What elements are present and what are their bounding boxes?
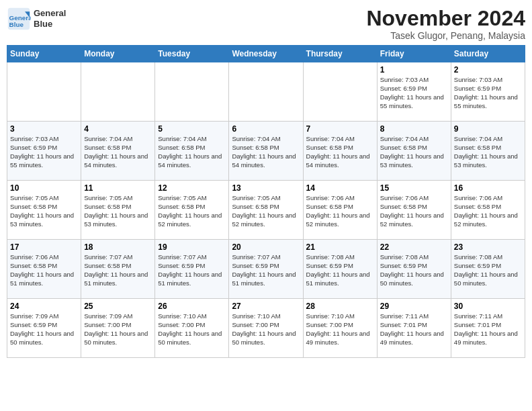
weekday-monday: Monday [81, 46, 155, 62]
day-number: 4 [84, 124, 152, 134]
calendar-cell: 28Sunrise: 7:10 AMSunset: 7:00 PMDayligh… [303, 299, 377, 358]
calendar-cell: 8Sunrise: 7:04 AMSunset: 6:58 PMDaylight… [377, 122, 451, 181]
page-header: General Blue General Blue November 2024 … [7, 7, 525, 41]
weekday-sunday: Sunday [7, 46, 81, 62]
day-info: Sunrise: 7:07 AMSunset: 6:59 PMDaylight:… [232, 253, 300, 287]
day-info: Sunrise: 7:04 AMSunset: 6:58 PMDaylight:… [232, 135, 300, 169]
day-info: Sunrise: 7:03 AMSunset: 6:59 PMDaylight:… [454, 76, 522, 110]
calendar-cell: 12Sunrise: 7:05 AMSunset: 6:58 PMDayligh… [155, 181, 229, 240]
week-row-2: 3Sunrise: 7:03 AMSunset: 6:59 PMDaylight… [7, 122, 525, 181]
calendar-cell [229, 62, 303, 122]
day-number: 21 [306, 242, 374, 252]
calendar-cell: 25Sunrise: 7:09 AMSunset: 7:00 PMDayligh… [81, 299, 155, 358]
day-info: Sunrise: 7:10 AMSunset: 7:00 PMDaylight:… [158, 312, 226, 347]
calendar-cell: 24Sunrise: 7:09 AMSunset: 6:59 PMDayligh… [7, 299, 81, 358]
day-number: 11 [84, 183, 152, 193]
calendar-cell: 5Sunrise: 7:04 AMSunset: 6:58 PMDaylight… [155, 122, 229, 181]
day-number: 13 [232, 183, 300, 193]
day-number: 14 [306, 183, 374, 193]
day-info: Sunrise: 7:08 AMSunset: 6:59 PMDaylight:… [454, 253, 522, 287]
calendar-cell: 19Sunrise: 7:07 AMSunset: 6:59 PMDayligh… [155, 240, 229, 299]
day-number: 26 [158, 302, 226, 311]
day-info: Sunrise: 7:04 AMSunset: 6:58 PMDaylight:… [84, 135, 152, 169]
day-number: 7 [306, 124, 374, 134]
day-info: Sunrise: 7:08 AMSunset: 6:59 PMDaylight:… [380, 253, 448, 287]
calendar-cell: 20Sunrise: 7:07 AMSunset: 6:59 PMDayligh… [229, 240, 303, 299]
day-info: Sunrise: 7:10 AMSunset: 7:00 PMDaylight:… [232, 312, 300, 347]
day-info: Sunrise: 7:05 AMSunset: 6:58 PMDaylight:… [232, 194, 300, 228]
day-number: 18 [84, 242, 152, 252]
calendar-cell [303, 62, 377, 122]
day-number: 28 [306, 302, 374, 311]
day-info: Sunrise: 7:03 AMSunset: 6:59 PMDaylight:… [380, 76, 448, 110]
day-info: Sunrise: 7:06 AMSunset: 6:58 PMDaylight:… [380, 194, 448, 228]
logo: General Blue General Blue [7, 7, 66, 31]
calendar-cell: 2Sunrise: 7:03 AMSunset: 6:59 PMDaylight… [451, 62, 525, 122]
logo-line2: Blue [34, 19, 52, 29]
day-info: Sunrise: 7:07 AMSunset: 6:58 PMDaylight:… [84, 253, 152, 287]
day-info: Sunrise: 7:09 AMSunset: 7:00 PMDaylight:… [84, 312, 152, 347]
logo-line1: General [34, 8, 66, 18]
calendar-cell: 13Sunrise: 7:05 AMSunset: 6:58 PMDayligh… [229, 181, 303, 240]
day-number: 2 [454, 65, 522, 75]
title-block: November 2024 Tasek Glugor, Penang, Mala… [366, 7, 525, 41]
day-number: 1 [380, 65, 448, 75]
calendar-cell: 4Sunrise: 7:04 AMSunset: 6:58 PMDaylight… [81, 122, 155, 181]
day-info: Sunrise: 7:03 AMSunset: 6:59 PMDaylight:… [10, 135, 78, 169]
calendar-body: 1Sunrise: 7:03 AMSunset: 6:59 PMDaylight… [7, 62, 525, 358]
calendar-cell: 11Sunrise: 7:05 AMSunset: 6:58 PMDayligh… [81, 181, 155, 240]
day-number: 23 [454, 242, 522, 252]
svg-text:Blue: Blue [9, 21, 24, 28]
day-number: 17 [10, 242, 78, 252]
day-number: 16 [454, 183, 522, 193]
day-number: 20 [232, 242, 300, 252]
logo-text: General Blue [34, 8, 66, 29]
calendar-cell: 14Sunrise: 7:06 AMSunset: 6:58 PMDayligh… [303, 181, 377, 240]
day-info: Sunrise: 7:09 AMSunset: 6:59 PMDaylight:… [10, 312, 78, 347]
day-info: Sunrise: 7:04 AMSunset: 6:58 PMDaylight:… [306, 135, 374, 169]
day-number: 22 [380, 242, 448, 252]
day-number: 12 [158, 183, 226, 193]
day-info: Sunrise: 7:06 AMSunset: 6:58 PMDaylight:… [306, 194, 374, 228]
location: Tasek Glugor, Penang, Malaysia [366, 30, 525, 41]
day-info: Sunrise: 7:08 AMSunset: 6:59 PMDaylight:… [306, 253, 374, 287]
calendar-cell: 7Sunrise: 7:04 AMSunset: 6:58 PMDaylight… [303, 122, 377, 181]
day-info: Sunrise: 7:07 AMSunset: 6:59 PMDaylight:… [158, 253, 226, 287]
day-info: Sunrise: 7:11 AMSunset: 7:01 PMDaylight:… [380, 312, 448, 347]
calendar-cell: 18Sunrise: 7:07 AMSunset: 6:58 PMDayligh… [81, 240, 155, 299]
calendar-cell: 16Sunrise: 7:06 AMSunset: 6:58 PMDayligh… [451, 181, 525, 240]
weekday-row: SundayMondayTuesdayWednesdayThursdayFrid… [7, 46, 525, 62]
day-number: 5 [158, 124, 226, 134]
calendar-cell: 29Sunrise: 7:11 AMSunset: 7:01 PMDayligh… [377, 299, 451, 358]
calendar-cell: 6Sunrise: 7:04 AMSunset: 6:58 PMDaylight… [229, 122, 303, 181]
calendar-cell: 10Sunrise: 7:05 AMSunset: 6:58 PMDayligh… [7, 181, 81, 240]
day-number: 27 [232, 302, 300, 311]
day-info: Sunrise: 7:11 AMSunset: 7:01 PMDaylight:… [454, 312, 522, 347]
day-number: 3 [10, 124, 78, 134]
weekday-saturday: Saturday [451, 46, 525, 62]
week-row-1: 1Sunrise: 7:03 AMSunset: 6:59 PMDaylight… [7, 62, 525, 122]
calendar-cell: 23Sunrise: 7:08 AMSunset: 6:59 PMDayligh… [451, 240, 525, 299]
calendar-cell: 30Sunrise: 7:11 AMSunset: 7:01 PMDayligh… [451, 299, 525, 358]
weekday-thursday: Thursday [303, 46, 377, 62]
calendar-cell [81, 62, 155, 122]
day-info: Sunrise: 7:05 AMSunset: 6:58 PMDaylight:… [84, 194, 152, 228]
day-number: 8 [380, 124, 448, 134]
day-number: 24 [10, 302, 78, 311]
day-info: Sunrise: 7:06 AMSunset: 6:58 PMDaylight:… [10, 253, 78, 287]
day-info: Sunrise: 7:05 AMSunset: 6:58 PMDaylight:… [10, 194, 78, 228]
day-number: 25 [84, 302, 152, 311]
day-number: 19 [158, 242, 226, 252]
day-number: 6 [232, 124, 300, 134]
weekday-tuesday: Tuesday [155, 46, 229, 62]
calendar-cell [155, 62, 229, 122]
calendar-cell: 27Sunrise: 7:10 AMSunset: 7:00 PMDayligh… [229, 299, 303, 358]
logo-icon: General Blue [7, 7, 31, 31]
calendar-cell: 22Sunrise: 7:08 AMSunset: 6:59 PMDayligh… [377, 240, 451, 299]
day-info: Sunrise: 7:04 AMSunset: 6:58 PMDaylight:… [158, 135, 226, 169]
calendar-cell [7, 62, 81, 122]
day-info: Sunrise: 7:06 AMSunset: 6:58 PMDaylight:… [454, 194, 522, 228]
day-number: 10 [10, 183, 78, 193]
day-info: Sunrise: 7:04 AMSunset: 6:58 PMDaylight:… [454, 135, 522, 169]
day-info: Sunrise: 7:04 AMSunset: 6:58 PMDaylight:… [380, 135, 448, 169]
